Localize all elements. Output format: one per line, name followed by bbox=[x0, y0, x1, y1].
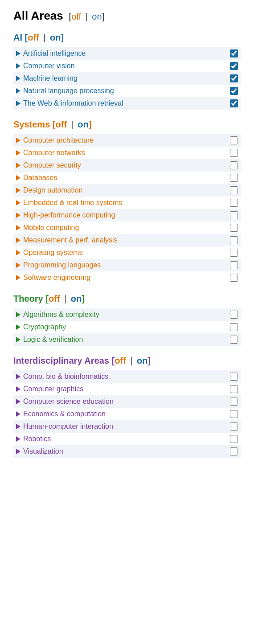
area-checkbox[interactable] bbox=[230, 136, 238, 144]
expand-triangle-icon[interactable] bbox=[16, 88, 20, 94]
list-item: Computer vision bbox=[13, 60, 241, 72]
expand-triangle-icon[interactable] bbox=[16, 324, 20, 330]
expand-triangle-icon[interactable] bbox=[16, 51, 20, 56]
expand-triangle-icon[interactable] bbox=[16, 337, 20, 342]
areas-list-systems: Computer architectureComputer networksCo… bbox=[13, 134, 241, 284]
expand-triangle-icon[interactable] bbox=[16, 312, 20, 317]
area-checkbox[interactable] bbox=[230, 410, 238, 418]
area-label: Computer graphics bbox=[23, 385, 83, 393]
area-checkbox[interactable] bbox=[230, 261, 238, 269]
area-checkbox[interactable] bbox=[230, 311, 238, 319]
area-label: Software engineering bbox=[23, 274, 90, 282]
expand-triangle-icon[interactable] bbox=[16, 449, 20, 454]
section-off-theory[interactable]: off bbox=[49, 294, 60, 304]
area-checkbox[interactable] bbox=[230, 435, 238, 443]
area-checkbox[interactable] bbox=[230, 74, 238, 82]
area-checkbox[interactable] bbox=[230, 385, 238, 393]
list-item: Cryptography bbox=[13, 321, 241, 333]
list-item: Natural language processing bbox=[13, 85, 241, 97]
expand-triangle-icon[interactable] bbox=[16, 200, 20, 205]
expand-triangle-icon[interactable] bbox=[16, 225, 20, 230]
area-checkbox[interactable] bbox=[230, 199, 238, 207]
area-checkbox[interactable] bbox=[230, 99, 238, 107]
area-checkbox[interactable] bbox=[230, 422, 238, 431]
list-item: Measurement & perf. analysis bbox=[13, 234, 241, 246]
section-on-theory[interactable]: on bbox=[71, 294, 82, 304]
area-label: Algorithms & complexity bbox=[23, 311, 99, 319]
expand-triangle-icon[interactable] bbox=[16, 213, 20, 218]
list-item: Computer security bbox=[13, 159, 241, 172]
list-item: Visualization bbox=[13, 445, 241, 458]
expand-triangle-icon[interactable] bbox=[16, 63, 20, 69]
area-label: Programming languages bbox=[23, 261, 101, 269]
sections-container: AI [off | on]Artificial intelligenceComp… bbox=[13, 33, 241, 458]
list-item: Artificial intelligence bbox=[13, 47, 241, 60]
area-label: Cryptography bbox=[23, 323, 66, 331]
area-checkbox[interactable] bbox=[230, 49, 238, 57]
area-label: Comp. bio & bioinformatics bbox=[23, 373, 108, 381]
expand-triangle-icon[interactable] bbox=[16, 188, 20, 193]
area-label: Computer architecture bbox=[23, 136, 94, 144]
area-checkbox[interactable] bbox=[230, 87, 238, 95]
area-checkbox[interactable] bbox=[230, 224, 238, 232]
area-checkbox[interactable] bbox=[230, 274, 238, 282]
section-on-systems[interactable]: on bbox=[78, 119, 88, 129]
expand-triangle-icon[interactable] bbox=[16, 424, 20, 429]
area-checkbox[interactable] bbox=[230, 373, 238, 381]
section-off-systems[interactable]: off bbox=[56, 119, 67, 129]
area-label: Machine learning bbox=[23, 74, 78, 82]
expand-triangle-icon[interactable] bbox=[16, 175, 20, 180]
area-label: Databases bbox=[23, 174, 57, 182]
area-checkbox[interactable] bbox=[230, 186, 238, 194]
list-item: Algorithms & complexity bbox=[13, 308, 241, 321]
area-checkbox[interactable] bbox=[230, 398, 238, 406]
expand-triangle-icon[interactable] bbox=[16, 138, 20, 143]
list-item: High-performance computing bbox=[13, 209, 241, 222]
area-label: Economics & computation bbox=[23, 410, 106, 418]
expand-triangle-icon[interactable] bbox=[16, 374, 20, 379]
area-label: Visualization bbox=[23, 447, 63, 455]
expand-triangle-icon[interactable] bbox=[16, 411, 20, 417]
section-off-interdisciplinary[interactable]: off bbox=[115, 356, 126, 365]
list-item: Embedded & real-time systems bbox=[13, 197, 241, 209]
expand-triangle-icon[interactable] bbox=[16, 386, 20, 392]
list-item: Databases bbox=[13, 172, 241, 184]
expand-triangle-icon[interactable] bbox=[16, 150, 20, 156]
all-areas-off-link[interactable]: off bbox=[71, 12, 81, 21]
list-item: Robotics bbox=[13, 433, 241, 445]
list-item: Computer architecture bbox=[13, 134, 241, 147]
list-item: Programming languages bbox=[13, 259, 241, 271]
area-checkbox[interactable] bbox=[230, 323, 238, 331]
area-label: Artificial intelligence bbox=[23, 49, 86, 57]
area-checkbox[interactable] bbox=[230, 161, 238, 169]
area-label: High-performance computing bbox=[23, 211, 115, 219]
expand-triangle-icon[interactable] bbox=[16, 436, 20, 442]
expand-triangle-icon[interactable] bbox=[16, 238, 20, 243]
areas-list-ai: Artificial intelligenceComputer visionMa… bbox=[13, 47, 241, 110]
section-on-ai[interactable]: on bbox=[50, 33, 61, 42]
expand-triangle-icon[interactable] bbox=[16, 101, 20, 106]
area-checkbox[interactable] bbox=[230, 249, 238, 257]
all-areas-on-link[interactable]: on bbox=[92, 12, 102, 21]
expand-triangle-icon[interactable] bbox=[16, 263, 20, 268]
section-label-ai: AI bbox=[13, 33, 22, 42]
area-checkbox[interactable] bbox=[230, 336, 238, 344]
area-checkbox[interactable] bbox=[230, 447, 238, 455]
area-label: Robotics bbox=[23, 435, 51, 443]
list-item: Software engineering bbox=[13, 271, 241, 284]
area-checkbox[interactable] bbox=[230, 236, 238, 244]
expand-triangle-icon[interactable] bbox=[16, 275, 20, 280]
expand-triangle-icon[interactable] bbox=[16, 399, 20, 404]
area-checkbox[interactable] bbox=[230, 211, 238, 219]
section-on-interdisciplinary[interactable]: on bbox=[137, 356, 147, 365]
area-checkbox[interactable] bbox=[230, 174, 238, 182]
list-item: Logic & verification bbox=[13, 333, 241, 346]
area-checkbox[interactable] bbox=[230, 62, 238, 70]
expand-triangle-icon[interactable] bbox=[16, 250, 20, 255]
expand-triangle-icon[interactable] bbox=[16, 76, 20, 81]
expand-triangle-icon[interactable] bbox=[16, 163, 20, 168]
section-off-ai[interactable]: off bbox=[28, 33, 39, 42]
list-item: Computer networks bbox=[13, 147, 241, 159]
area-checkbox[interactable] bbox=[230, 149, 238, 157]
area-label: Natural language processing bbox=[23, 87, 114, 95]
